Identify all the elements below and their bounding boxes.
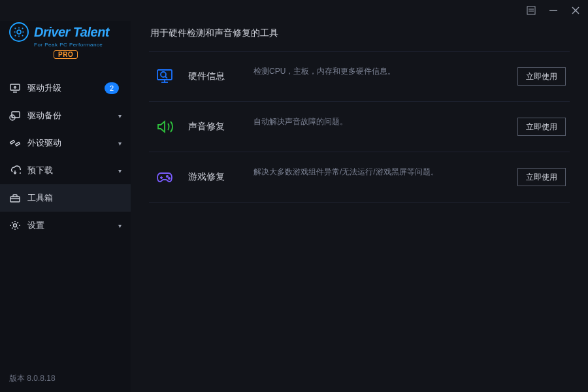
svg-point-17 (161, 72, 166, 77)
minimize-button[interactable] (547, 5, 559, 16)
use-now-button[interactable]: 立即使用 (517, 118, 566, 136)
tool-name: 声音修复 (188, 121, 253, 133)
app-tagline: For Peak PC Performance (34, 42, 103, 48)
svg-line-18 (165, 76, 167, 78)
svg-rect-16 (157, 70, 172, 80)
tool-row-hardware-info: 硬件信息 检测CPU，主板，内存和更多硬件信息。 立即使用 (149, 51, 570, 101)
chevron-down-icon: ▾ (118, 112, 122, 120)
sound-fix-icon (153, 115, 176, 139)
sidebar-item-label: 驱动升级 (27, 82, 102, 94)
svg-point-6 (17, 30, 21, 34)
tool-desc: 检测CPU，主板，内存和更多硬件信息。 (253, 66, 517, 77)
chevron-down-icon: ▾ (118, 222, 122, 229)
titlebar (0, 0, 588, 21)
logo: Driver Talent For Peak PC Performance PR… (0, 21, 131, 68)
sidebar: Driver Talent For Peak PC Performance PR… (0, 21, 131, 392)
download-cloud-icon (9, 165, 21, 176)
monitor-up-icon (9, 82, 21, 94)
svg-point-24 (169, 178, 170, 179)
svg-rect-0 (527, 7, 535, 14)
tool-desc: 解决大多数游戏组件异常/无法运行/游戏黑屏等问题。 (253, 167, 517, 178)
update-count-badge: 2 (105, 82, 119, 94)
sidebar-item-label: 驱动备份 (27, 110, 114, 122)
use-now-button[interactable]: 立即使用 (517, 67, 566, 86)
game-fix-icon (153, 165, 176, 189)
svg-point-15 (14, 224, 17, 227)
tool-desc: 自动解决声音故障的问题。 (253, 116, 517, 127)
gear-logo-icon (9, 22, 29, 42)
sidebar-item-label: 外设驱动 (27, 137, 114, 149)
chevron-down-icon: ▾ (118, 140, 122, 147)
tool-row-game-fix: 游戏修复 解决大多数游戏组件异常/无法运行/游戏黑屏等问题。 立即使用 (149, 152, 570, 203)
use-now-button[interactable]: 立即使用 (517, 168, 566, 186)
sidebar-item-label: 设置 (27, 220, 114, 231)
svg-rect-11 (10, 140, 15, 144)
nav: 驱动升级 2 驱动备份 ▾ 外设驱动 ▾ (0, 74, 131, 239)
clock-monitor-icon (9, 110, 21, 122)
close-button[interactable] (570, 5, 581, 16)
version-label: 版本 8.0.8.18 (0, 365, 131, 392)
tool-name: 硬件信息 (188, 71, 253, 82)
chevron-down-icon: ▾ (118, 167, 122, 174)
sidebar-item-settings[interactable]: 设置 ▾ (0, 212, 131, 239)
main-panel: 用于硬件检测和声音修复的工具 硬件信息 检测CPU，主板，内存和更多硬件信息。 … (131, 21, 588, 392)
svg-rect-12 (16, 142, 20, 146)
sidebar-item-driver-backup[interactable]: 驱动备份 ▾ (0, 102, 131, 129)
page-title: 用于硬件检测和声音修复的工具 (149, 27, 570, 39)
sidebar-item-label: 工具箱 (27, 192, 122, 204)
sidebar-item-predownload[interactable]: 预下载 ▾ (0, 157, 131, 184)
pro-badge: PRO (54, 50, 78, 59)
svg-point-23 (167, 176, 168, 177)
sidebar-item-label: 预下载 (27, 165, 114, 176)
sidebar-item-toolbox[interactable]: 工具箱 (0, 184, 131, 212)
tool-row-sound-fix: 声音修复 自动解决声音故障的问题。 立即使用 (149, 101, 570, 152)
toolbox-icon (9, 192, 21, 204)
sidebar-item-driver-update[interactable]: 驱动升级 2 (0, 74, 131, 102)
app-name: Driver Talent (34, 25, 109, 40)
menu-icon[interactable] (525, 5, 537, 16)
tool-name: 游戏修复 (188, 171, 253, 183)
hardware-info-icon (153, 65, 176, 88)
peripheral-icon (9, 137, 21, 149)
sidebar-item-peripheral[interactable]: 外设驱动 ▾ (0, 129, 131, 157)
svg-rect-13 (10, 197, 20, 202)
gear-icon (9, 220, 21, 231)
